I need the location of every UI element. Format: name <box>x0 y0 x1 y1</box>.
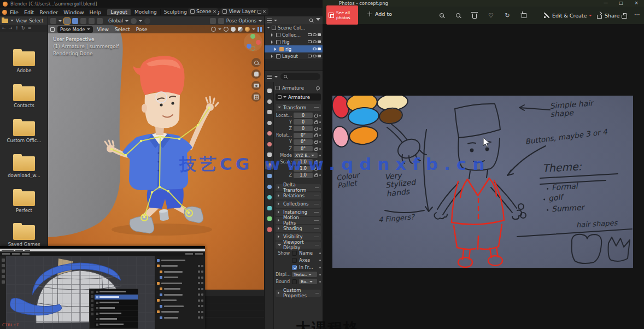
animate-dot-icon[interactable] <box>319 260 321 261</box>
material-shading-icon[interactable] <box>238 27 243 32</box>
editor-type-icon[interactable] <box>50 27 55 32</box>
camera-icon[interactable] <box>318 55 321 57</box>
delete-button[interactable] <box>470 11 479 20</box>
overlap-icon[interactable] <box>210 18 216 24</box>
minimize-button[interactable]: — <box>598 0 613 7</box>
tab-texture[interactable] <box>265 225 273 233</box>
tab-constraints[interactable] <box>265 204 273 212</box>
checkbox-bounds[interactable] <box>292 279 297 284</box>
select-lasso-icon[interactable] <box>89 18 95 24</box>
overlays-icon[interactable] <box>211 27 216 32</box>
menu-edit[interactable]: Edit <box>21 9 37 15</box>
screen-icon[interactable] <box>308 55 312 57</box>
disclosure-icon[interactable] <box>271 40 274 44</box>
animate-dot-icon[interactable] <box>319 115 321 116</box>
zoom-gizmo[interactable] <box>251 58 261 67</box>
value-field[interactable]: 0 <box>294 119 313 125</box>
camera-view-gizmo[interactable] <box>251 81 261 90</box>
value-field[interactable]: 0° <box>294 133 313 138</box>
tab-modeling[interactable]: Modeling <box>131 9 161 15</box>
disclosure-icon[interactable] <box>267 27 270 30</box>
outliner-row-armature-selected[interactable]: rig <box>265 45 323 52</box>
see-all-photos-button[interactable]: See all photos <box>326 5 358 25</box>
new-view-layer-icon[interactable] <box>257 10 261 14</box>
snap-magnet-icon[interactable] <box>131 18 137 24</box>
lock-icon[interactable] <box>314 128 318 131</box>
edit-create-button[interactable]: Edit & Create <box>552 13 587 19</box>
vp-menu-select[interactable]: Select <box>113 27 132 32</box>
transform-pivot-icon[interactable] <box>218 18 224 24</box>
solid-shading-icon[interactable] <box>231 27 236 32</box>
properties-search[interactable] <box>280 73 320 80</box>
tab-particles[interactable] <box>265 183 273 191</box>
outliner-row-collection[interactable]: Collec... <box>265 31 323 38</box>
file-browser-editor-icon[interactable] <box>2 19 8 23</box>
scene-unlink-icon[interactable] <box>213 10 216 13</box>
axis-neg-dot[interactable] <box>250 46 255 51</box>
axis-y-dot[interactable] <box>250 34 255 39</box>
lock-icon[interactable] <box>314 148 318 151</box>
animate-dot-icon[interactable] <box>319 274 321 275</box>
magnify-button[interactable] <box>454 11 462 20</box>
tab-world[interactable] <box>265 140 273 148</box>
screen-icon[interactable] <box>308 33 312 36</box>
screen-icon[interactable] <box>308 40 312 43</box>
orientation-label[interactable]: Global <box>108 18 123 24</box>
section-transform[interactable]: Transform <box>276 104 321 111</box>
print-button[interactable] <box>620 11 629 20</box>
section-custom-properties[interactable]: Custom Properties <box>276 290 321 297</box>
value-field[interactable]: 0 <box>294 113 313 118</box>
section-collections[interactable]: Collections <box>276 201 321 208</box>
share-button[interactable]: Share <box>605 13 619 19</box>
folder-item[interactable]: Perfect <box>0 191 48 213</box>
concept-sketch-image[interactable]: Simple hair shape Buttons, maybe 3 or 4 … <box>332 96 633 268</box>
animate-dot-icon[interactable] <box>319 267 321 268</box>
menu-file[interactable]: File <box>7 9 21 15</box>
camera-icon[interactable] <box>318 40 321 43</box>
vp-menu-pose[interactable]: Pose <box>134 27 149 32</box>
zoom-button[interactable] <box>437 11 446 20</box>
animate-dot-icon[interactable] <box>319 281 321 283</box>
mini-outliner[interactable] <box>155 256 205 329</box>
tab-render[interactable] <box>265 97 273 105</box>
menu-help[interactable]: Help <box>87 9 104 15</box>
tab-layout[interactable]: Layout <box>107 9 131 15</box>
mini-popup-panel[interactable] <box>89 289 138 329</box>
tab-sculpting[interactable]: Sculpting <box>161 9 191 15</box>
checkbox-in-front[interactable] <box>292 265 297 270</box>
pan-gizmo[interactable] <box>251 69 261 79</box>
outliner-row-rig[interactable]: Rig <box>265 38 323 45</box>
section-delta-transform[interactable]: Delta Transform <box>276 184 321 191</box>
tab-output[interactable] <box>265 108 273 116</box>
vp-menu-view[interactable]: View <box>96 27 110 32</box>
crop-button[interactable] <box>519 11 528 20</box>
cursor-3d-icon[interactable] <box>97 18 103 24</box>
tab-view-layer[interactable] <box>265 119 273 127</box>
eye-icon[interactable] <box>313 48 317 50</box>
eye-icon[interactable] <box>313 40 317 43</box>
value-field[interactable]: 0° <box>294 146 313 151</box>
section-relations[interactable]: Relations <box>276 192 321 199</box>
folder-item[interactable]: download_w... <box>0 156 48 178</box>
properties-editor-icon[interactable] <box>267 75 272 79</box>
rotate-button[interactable]: ↻ <box>503 11 512 20</box>
animate-dot-icon[interactable] <box>319 252 321 254</box>
close-button[interactable]: × <box>629 0 644 7</box>
xray-toggle-icon[interactable] <box>257 27 262 32</box>
tab-tool[interactable] <box>265 87 273 95</box>
select-box-icon[interactable] <box>72 18 78 24</box>
checkbox-axes[interactable] <box>292 258 297 263</box>
animate-dot-icon[interactable] <box>319 128 321 130</box>
display-as-dropdown[interactable]: Textu.. <box>292 272 317 277</box>
photos-titlebar[interactable]: Photos - concept.png — □ × <box>323 0 644 7</box>
edit-create-icon-wrap[interactable] <box>542 11 551 20</box>
menu-window[interactable]: Window <box>61 9 86 15</box>
outliner-row-layout[interactable]: Layout <box>265 52 323 60</box>
navigation-gizmo[interactable] <box>244 33 262 51</box>
search-icon[interactable] <box>309 19 313 22</box>
mode-dropdown[interactable]: Pose Mode <box>57 26 93 33</box>
wireframe-shading-icon[interactable] <box>224 27 229 32</box>
add-to-button[interactable]: Add to <box>367 11 392 17</box>
fb-menu-select[interactable]: Select <box>29 18 43 24</box>
disclosure-icon[interactable] <box>274 48 278 51</box>
